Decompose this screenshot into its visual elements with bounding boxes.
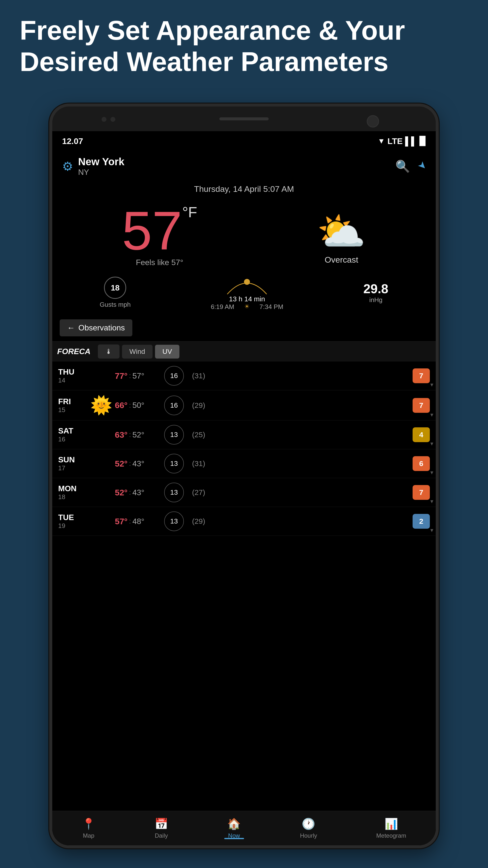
hourly-icon: 🕐	[302, 817, 315, 830]
day-col-mon: MON 18	[58, 484, 88, 501]
wind-paren-mon: (27)	[189, 488, 208, 497]
phone-screen: 12.07 ▼ LTE ▌▌ ▉ ⚙ New York NY 🔍 ➤	[52, 131, 436, 845]
settings-icon[interactable]: ⚙	[62, 159, 73, 174]
cloud-icon: ⛅	[317, 209, 366, 255]
day-col-fri: FRI 15	[58, 397, 88, 414]
gusts-value: 18	[111, 283, 120, 292]
temp-low-sun: 43°	[132, 459, 144, 468]
city-name: New York	[78, 156, 125, 168]
gusts-stat: 18 Gusts mph	[100, 277, 131, 309]
sun-duration: 13 h 14 min	[211, 295, 283, 303]
day-col-tue: TUE 19	[58, 513, 88, 530]
app-bar-actions: 🔍 ➤	[395, 159, 426, 173]
date-bar: Thursday, 14 April 5:07 AM	[52, 182, 436, 199]
uv-badge-mon: 7	[413, 485, 430, 500]
nav-meteogram[interactable]: 📊 Meteogram	[376, 817, 406, 839]
wind-paren-tue: (29)	[189, 517, 208, 526]
condition-text: Overcast	[317, 255, 366, 265]
signal-icon: ▌▌	[405, 136, 417, 146]
temp-low-fri: 50°	[132, 401, 144, 410]
status-bar: 12.07 ▼ LTE ▌▌ ▉	[52, 131, 436, 151]
hourly-label: Hourly	[300, 832, 317, 839]
volume-button-down	[49, 237, 51, 267]
observations-button[interactable]: ← Observations	[60, 319, 132, 336]
day-name-mon: MON	[58, 484, 88, 493]
wind-paren-sat: (25)	[189, 431, 208, 439]
weather-emoji-tue: 🌧	[88, 512, 115, 531]
wind-paren-fri: (29)	[189, 401, 208, 410]
wind-mon: 13	[164, 483, 184, 502]
weather-condition-section: ⛅ Overcast	[317, 209, 366, 265]
forecast-row-sat[interactable]: SAT 16 🌤 63° : 52° 13 (25) 4 ▾	[52, 421, 436, 449]
day-name-sat: SAT	[58, 426, 88, 435]
row-chevron-mon: ▾	[430, 498, 433, 505]
uv-badge-sun: 6	[413, 456, 430, 471]
weather-stats: 18 Gusts mph 13 h 14 min 6:19 AM ☀ 7:34 …	[52, 272, 436, 316]
meteogram-label: Meteogram	[376, 832, 406, 839]
day-name-sun: SUN	[58, 455, 88, 464]
search-icon[interactable]: 🔍	[395, 159, 410, 173]
active-indicator	[224, 838, 244, 839]
sunset-time: 7:34 PM	[260, 303, 284, 311]
map-label: Map	[83, 832, 94, 839]
wifi-icon: ▼	[378, 137, 385, 145]
day-col-sat: SAT 16	[58, 426, 88, 443]
app-bar: ⚙ New York NY 🔍 ➤	[52, 151, 436, 182]
gusts-label: Gusts mph	[100, 301, 131, 309]
wind-paren-sun: (31)	[189, 459, 208, 468]
wind-fri: 16	[164, 396, 184, 415]
row-chevron-tue: ▾	[430, 527, 433, 534]
lte-label: LTE	[387, 136, 403, 146]
wind-sat: 13	[164, 425, 184, 444]
nav-daily[interactable]: 📅 Daily	[155, 817, 168, 839]
temperature-section: 57°F Feels like 57°	[122, 204, 197, 270]
day-col-thu: THU 14	[58, 367, 88, 384]
power-button	[437, 220, 439, 269]
foreca-logo: FORECA	[57, 347, 91, 356]
temps-sat: 63° : 52°	[115, 430, 159, 440]
location-text: New York NY	[78, 156, 125, 177]
forecast-row-mon[interactable]: MON 18 🌤 52° : 43° 13 (27) 7 ▾	[52, 478, 436, 507]
forecast-row-fri[interactable]: FRI 15 🌞 66° : 50° 16 (29) 7 ▾	[52, 390, 436, 421]
day-num-mon: 18	[58, 493, 88, 501]
day-num-fri: 15	[58, 406, 88, 414]
temperature-display: 57°F	[122, 204, 197, 258]
temp-high-mon: 52°	[115, 488, 127, 497]
battery-icon: ▉	[420, 136, 426, 146]
svg-point-0	[244, 279, 250, 285]
temps-thu: 77° : 57°	[115, 371, 159, 381]
day-num-tue: 19	[58, 522, 88, 530]
sunrise-time: 6:19 AM	[211, 303, 234, 311]
status-time: 12.07	[62, 136, 83, 146]
region-name: NY	[78, 168, 125, 177]
nav-now[interactable]: 🏠 Now	[227, 817, 241, 839]
weather-emoji-fri: 🌞	[88, 395, 115, 416]
forecast-row-thu[interactable]: THU 14 ⛈ 77° : 57° 16 (31) 7 ▾	[52, 362, 436, 390]
nav-map[interactable]: 📍 Map	[82, 817, 95, 839]
forecast-row-tue[interactable]: TUE 19 🌧 57° : 48° 13 (29) 2 ▾	[52, 507, 436, 536]
daily-icon: 📅	[155, 817, 168, 830]
navigation-icon[interactable]: ➤	[414, 159, 430, 174]
uv-badge-fri: 7	[413, 398, 430, 413]
meteogram-icon: 📊	[385, 817, 398, 830]
observations-label: Observations	[78, 323, 125, 332]
row-chevron-sat: ▾	[430, 440, 433, 447]
page-header: Freely Set Appearance & Your Desired Wea…	[20, 15, 468, 77]
foreca-tab-wind[interactable]: Wind	[122, 345, 153, 359]
sun-small-icon: ☀	[244, 303, 250, 311]
day-col-sun: SUN 17	[58, 455, 88, 472]
nav-hourly[interactable]: 🕐 Hourly	[300, 817, 317, 839]
volume-button-up	[49, 200, 51, 230]
map-icon: 📍	[82, 817, 95, 830]
foreca-tab-uv[interactable]: UV	[155, 345, 180, 359]
foreca-tab-temperature[interactable]: 🌡	[98, 344, 120, 359]
day-num-sun: 17	[58, 464, 88, 472]
weather-emoji-sat: 🌤	[88, 425, 115, 444]
weather-emoji-thu: ⛈	[88, 366, 115, 386]
forecast-container: THU 14 ⛈ 77° : 57° 16 (31) 7 ▾ FRI 15	[52, 362, 436, 536]
temps-mon: 52° : 43°	[115, 488, 159, 497]
row-chevron-sun: ▾	[430, 469, 433, 476]
temp-low-mon: 43°	[132, 488, 144, 497]
temp-high-fri: 66°	[115, 400, 127, 410]
forecast-row-sun[interactable]: SUN 17 🌤 52° : 43° 13 (31) 6 ▾	[52, 449, 436, 478]
